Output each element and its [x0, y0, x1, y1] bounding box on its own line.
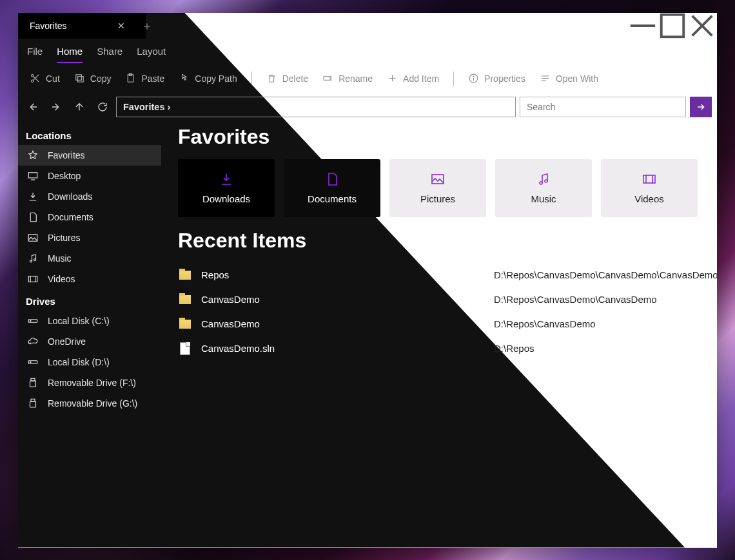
recent-row[interactable]: CanvasDemo.sln D:\Repos: [178, 336, 717, 361]
copy-path-label: Copy Path: [195, 73, 237, 84]
star-icon: [27, 150, 39, 161]
image-icon: [430, 171, 446, 187]
drive-icon: [27, 315, 39, 327]
search-go-button[interactable]: [690, 97, 712, 117]
open-with-button[interactable]: Open With: [536, 72, 602, 85]
drives-heading: Drives: [18, 289, 161, 311]
tile-downloads[interactable]: Downloads: [178, 159, 275, 217]
recent-row[interactable]: CanvasDemo D:\Repos\CanvasDemo\CanvasDem…: [178, 287, 717, 312]
tile-videos[interactable]: Videos: [601, 159, 698, 217]
paste-label: Paste: [141, 73, 164, 84]
cloud-icon: [27, 336, 39, 347]
favorite-tiles: Downloads Documents Pictures Music Video…: [178, 159, 717, 217]
file-icon: [178, 342, 192, 355]
sidebar-item-music[interactable]: Music: [18, 248, 161, 269]
sidebar-item-label: Downloads: [48, 191, 92, 202]
sidebar-item-label: Pictures: [48, 233, 81, 243]
address-bar[interactable]: Favorites ›: [116, 97, 516, 117]
recent-row[interactable]: Repos D:\Repos\CanvasDemo\CanvasDemo\Can…: [178, 263, 717, 287]
sidebar-item-label: Videos: [48, 274, 75, 284]
sidebar-item-desktop[interactable]: Desktop: [18, 166, 161, 186]
sidebar-item-local-c[interactable]: Local Disk (C:\): [18, 311, 161, 331]
sidebar-item-onedrive[interactable]: OneDrive: [18, 331, 161, 352]
recent-row[interactable]: CanvasDemo D:\Repos\CanvasDemo: [178, 312, 717, 336]
recent-name: CanvasDemo: [201, 294, 485, 305]
properties-label: Properties: [484, 73, 525, 84]
recent-name: Repos: [201, 269, 485, 280]
open-with-icon: [540, 73, 551, 84]
tile-label: Documents: [308, 193, 357, 204]
recent-path: D:\Repos\CanvasDemo\CanvasDemo: [494, 294, 657, 305]
minimize-button[interactable]: [628, 13, 658, 39]
sidebar-item-local-d[interactable]: Local Disk (D:\): [18, 352, 161, 372]
ribbon-tab-file[interactable]: File: [27, 43, 43, 59]
ribbon-toolbar: Cut Copy Paste Copy Path Delete Rename A…: [18, 64, 717, 93]
info-icon: [468, 73, 479, 84]
tile-pictures[interactable]: Pictures: [389, 159, 486, 217]
delete-label: Delete: [282, 73, 308, 84]
delete-button[interactable]: Delete: [262, 72, 312, 85]
up-button[interactable]: [70, 97, 89, 117]
download-icon: [27, 191, 39, 202]
sidebar-item-label: Local Disk (C:\): [48, 316, 110, 326]
sidebar-item-pictures[interactable]: Pictures: [18, 227, 161, 248]
video-icon: [27, 273, 39, 285]
sidebar-item-removable-f[interactable]: Removable Drive (F:\): [18, 372, 161, 393]
tile-music[interactable]: Music: [495, 159, 592, 217]
tile-label: Music: [531, 193, 556, 204]
cut-button[interactable]: Cut: [26, 72, 64, 85]
music-icon: [27, 253, 39, 264]
properties-button[interactable]: Properties: [464, 72, 529, 85]
doc-icon: [324, 171, 340, 187]
titlebar: Favorites ✕ ＋: [18, 13, 717, 39]
copy-icon: [74, 73, 85, 84]
svg-point-4: [31, 74, 34, 77]
clipboard-icon: [125, 73, 136, 84]
sidebar-item-label: Local Disk (D:\): [48, 357, 110, 367]
rename-button[interactable]: Rename: [318, 72, 377, 85]
sidebar-item-favorites[interactable]: Favorites: [18, 145, 161, 166]
ribbon-tab-home[interactable]: Home: [57, 43, 83, 59]
svg-point-25: [30, 260, 32, 262]
svg-rect-1: [662, 14, 684, 37]
tab-favorites[interactable]: Favorites ✕: [18, 13, 134, 39]
sidebar-item-downloads[interactable]: Downloads: [18, 186, 161, 207]
ribbon-tab-layout[interactable]: Layout: [137, 43, 166, 59]
back-button[interactable]: [23, 97, 43, 117]
image-icon: [27, 232, 39, 244]
refresh-button[interactable]: [93, 97, 112, 117]
copy-button[interactable]: Copy: [70, 72, 115, 85]
sidebar-item-label: Documents: [48, 212, 93, 222]
paste-button[interactable]: Paste: [121, 72, 168, 85]
svg-rect-12: [324, 77, 330, 81]
pointer-icon: [179, 73, 190, 84]
rename-icon: [322, 73, 333, 84]
tile-label: Videos: [634, 193, 664, 204]
maximize-button[interactable]: [658, 13, 687, 39]
recent-name: CanvasDemo: [201, 318, 485, 329]
forward-button[interactable]: [46, 97, 66, 117]
tile-documents[interactable]: Documents: [284, 159, 380, 217]
add-item-button[interactable]: Add Item: [383, 72, 443, 85]
svg-point-33: [30, 362, 31, 362]
sidebar-item-videos[interactable]: Videos: [18, 269, 161, 289]
body: Locations Favorites Desktop Downloads Do…: [18, 121, 717, 548]
music-icon: [536, 171, 551, 187]
tab-title: Favorites: [30, 21, 67, 31]
recent-list: Repos D:\Repos\CanvasDemo\CanvasDemo\Can…: [178, 263, 717, 361]
svg-rect-8: [77, 77, 83, 82]
new-tab-button[interactable]: ＋: [134, 13, 160, 39]
search-placeholder: Search: [527, 102, 555, 112]
doc-icon: [27, 211, 39, 223]
sidebar-item-label: Removable Drive (F:\): [48, 378, 136, 388]
sidebar-item-documents[interactable]: Documents: [18, 207, 161, 227]
close-icon[interactable]: ✕: [117, 21, 125, 31]
close-button[interactable]: [687, 13, 717, 39]
search-input[interactable]: Search: [520, 97, 686, 117]
copy-path-button[interactable]: Copy Path: [175, 72, 240, 85]
folder-icon: [178, 271, 192, 280]
nav-row: Favorites › Search: [18, 93, 717, 121]
sidebar-item-removable-g[interactable]: Removable Drive (G:\): [18, 393, 161, 414]
recent-name: CanvasDemo.sln: [201, 343, 485, 354]
ribbon-tab-share[interactable]: Share: [97, 43, 122, 59]
